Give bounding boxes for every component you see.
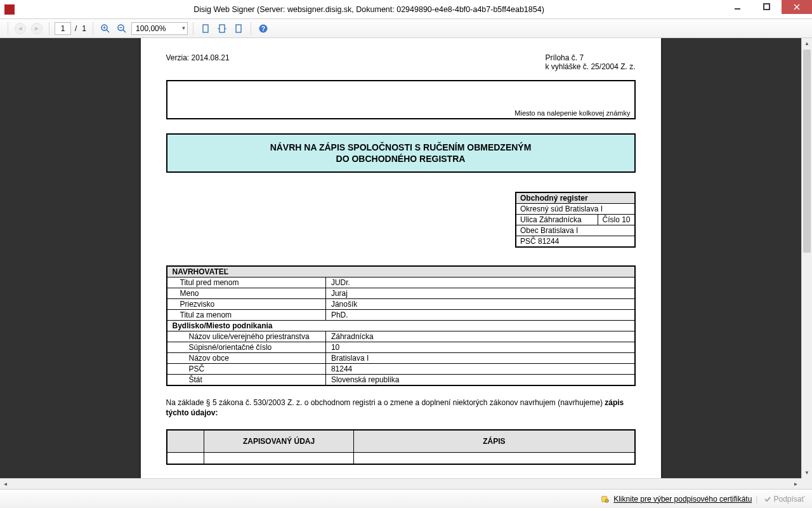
row-value: JUDr. <box>325 277 634 288</box>
page-icon <box>233 23 244 34</box>
sign-label: Podpísať <box>773 495 804 504</box>
row-label: Titul za menom <box>167 310 326 321</box>
svg-text:?: ? <box>261 25 265 32</box>
svg-line-5 <box>107 30 109 32</box>
select-certificate-link[interactable]: Kliknite pre výber podpisového certifiká… <box>613 495 752 504</box>
close-button[interactable] <box>782 0 812 14</box>
fit-page-button[interactable] <box>199 22 213 36</box>
legal-prefix: Na základe § 5 zákona č. 530/2003 Z. z. … <box>166 398 605 407</box>
row-label: Meno <box>167 288 326 299</box>
row-label: Štát <box>167 375 326 386</box>
register-city: Obec Bratislava I <box>516 225 635 236</box>
toolbar: ◄ ► / 1 100,00% ▼ ? <box>0 19 812 38</box>
address-header: Bydlisko/Miesto podnikania <box>167 321 635 331</box>
register-header: Obchodný register <box>516 192 635 204</box>
col-zapisovany: ZAPISOVANÝ ÚDAJ <box>204 430 354 453</box>
svg-rect-12 <box>219 25 225 32</box>
register-street: Ulica Záhradnícka <box>516 215 598 225</box>
legal-text: Na základe § 5 zákona č. 530/2003 Z. z. … <box>166 398 636 418</box>
row-label: Názov obce <box>167 353 326 364</box>
certificate-icon <box>601 495 610 504</box>
row-label: PSČ <box>167 364 326 375</box>
title-line2: DO OBCHODNÉHO REGISTRA <box>173 154 629 164</box>
row-value: Juraj <box>325 288 634 299</box>
viewer-container: Verzia: 2014.08.21 Príloha č. 7 k vyhláš… <box>0 38 812 489</box>
row-value: PhD. <box>325 310 634 321</box>
zoom-in-icon <box>100 23 110 34</box>
register-zip: PSČ 81244 <box>516 236 635 248</box>
svg-rect-11 <box>203 25 208 32</box>
chevron-down-icon: ▼ <box>181 25 186 31</box>
entries-table: ZAPISOVANÝ ÚDAJ ZÁPIS <box>166 429 636 465</box>
row-value: Slovenská republika <box>325 375 634 386</box>
zoom-out-button[interactable] <box>115 22 129 36</box>
title-line1: NÁVRH NA ZÁPIS SPOLOČNOSTI S RUČENÍM OBM… <box>173 142 629 152</box>
window-controls <box>723 0 812 18</box>
fit-width-icon <box>217 23 227 34</box>
row-label: Priezvisko <box>167 299 326 310</box>
page-separator: / <box>74 24 78 33</box>
attachment-line2: k vyhláške č. 25/2004 Z. z. <box>545 62 635 71</box>
document-page: Verzia: 2014.08.21 Príloha č. 7 k vyhláš… <box>141 38 661 478</box>
titlebar: Disig Web Signer (Server: websigner.disi… <box>0 0 812 19</box>
zoom-combo[interactable]: 100,00% ▼ <box>131 22 188 35</box>
close-icon <box>792 2 802 12</box>
page-total: 1 <box>81 24 88 33</box>
stamp-note: Miesto na nalepenie kolkovej známky <box>514 109 630 117</box>
maximize-button[interactable] <box>752 0 782 14</box>
help-icon: ? <box>258 23 268 34</box>
vertical-scrollbar[interactable]: ▲ ▼ <box>801 38 812 478</box>
minimize-button[interactable] <box>723 0 752 14</box>
register-table: Obchodný register Okresný súd Bratislava… <box>515 192 636 248</box>
help-button[interactable]: ? <box>256 22 270 36</box>
svg-rect-15 <box>236 25 241 32</box>
scroll-corner <box>801 478 812 489</box>
applicant-header: NAVRHOVATEĽ <box>167 266 635 277</box>
app-icon <box>4 4 15 15</box>
scroll-left-icon: ◄ <box>0 479 11 489</box>
zoom-out-icon <box>117 23 127 34</box>
minimize-icon <box>733 2 743 12</box>
document-viewport[interactable]: Verzia: 2014.08.21 Príloha č. 7 k vyhláš… <box>0 38 801 478</box>
svg-rect-1 <box>764 4 769 10</box>
row-value: Záhradnícka <box>325 331 634 342</box>
horizontal-scrollbar[interactable]: ◄ ► <box>0 478 801 489</box>
attachment-line1: Príloha č. 7 <box>545 53 635 62</box>
row-value: 81244 <box>325 364 634 375</box>
svg-line-9 <box>123 30 126 32</box>
zoom-in-button[interactable] <box>98 22 112 36</box>
statusbar: Kliknite pre výber podpisového certifiká… <box>0 489 812 508</box>
row-label: Názov ulice/verejného priestranstva <box>167 331 326 342</box>
row-value: Jánošík <box>325 299 634 310</box>
stamp-box: Miesto na nalepenie kolkovej známky <box>166 80 636 119</box>
row-value: Bratislava I <box>325 353 634 364</box>
scroll-thumb[interactable] <box>803 50 811 253</box>
window-title: Disig Web Signer (Server: websigner.disi… <box>15 5 723 14</box>
page-current-input[interactable] <box>55 22 71 35</box>
document-title-box: NÁVRH NA ZÁPIS SPOLOČNOSTI S RUČENÍM OBM… <box>166 133 636 173</box>
fit-width-button[interactable] <box>215 22 229 36</box>
doc-version: Verzia: 2014.08.21 <box>166 53 230 71</box>
sign-button[interactable]: Podpísať <box>761 495 807 504</box>
nav-back-button[interactable]: ◄ <box>13 22 27 36</box>
row-value: 10 <box>325 342 634 353</box>
svg-point-19 <box>605 499 608 502</box>
register-court: Okresný súd Bratislava I <box>516 204 635 215</box>
scroll-up-icon: ▲ <box>802 38 812 49</box>
fit-page-icon <box>200 23 211 34</box>
arrow-right-icon: ► <box>31 23 43 34</box>
col-zapis: ZÁPIS <box>354 430 635 453</box>
register-number: Číslo 10 <box>598 215 635 225</box>
check-icon <box>764 495 771 503</box>
nav-forward-button[interactable]: ► <box>30 22 44 36</box>
arrow-left-icon: ◄ <box>15 23 26 34</box>
row-label: Súpisné/orientačné číslo <box>167 342 326 353</box>
scroll-down-icon: ▼ <box>802 467 812 478</box>
maximize-icon <box>762 2 772 12</box>
table-row <box>167 453 635 464</box>
actual-size-button[interactable] <box>232 22 246 36</box>
scroll-right-icon: ► <box>790 479 801 489</box>
applicant-table: NAVRHOVATEĽ Titul pred menomJUDr. MenoJu… <box>166 265 636 386</box>
row-label: Titul pred menom <box>167 277 326 288</box>
zoom-value: 100,00% <box>136 24 166 33</box>
